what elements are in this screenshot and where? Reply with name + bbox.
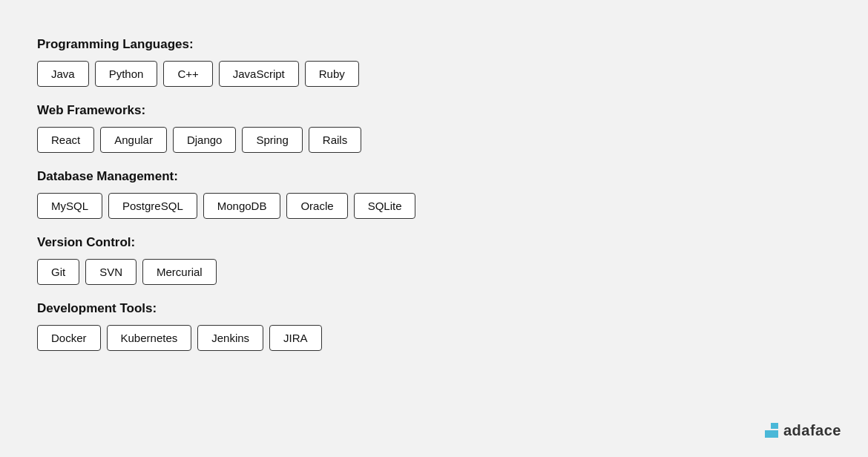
footer: adaface: [765, 422, 841, 439]
tag-django[interactable]: Django: [173, 127, 237, 153]
section-database-management: Database Management:MySQLPostgreSQLMongo…: [37, 169, 831, 219]
brand-name: adaface: [783, 422, 841, 439]
tag-ruby[interactable]: Ruby: [305, 61, 359, 87]
tag-git[interactable]: Git: [37, 259, 79, 285]
tag-mongodb[interactable]: MongoDB: [203, 193, 281, 219]
tag-svn[interactable]: SVN: [85, 259, 137, 285]
tag-react[interactable]: React: [37, 127, 94, 153]
section-development-tools: Development Tools:DockerKubernetesJenkin…: [37, 301, 831, 351]
tag-jira[interactable]: JIRA: [269, 325, 322, 351]
tag-java[interactable]: Java: [37, 61, 89, 87]
section-title-web-frameworks: Web Frameworks:: [37, 103, 831, 118]
tag-c--[interactable]: C++: [163, 61, 212, 87]
adaface-logo-icon: [765, 423, 778, 439]
section-title-programming-languages: Programming Languages:: [37, 37, 831, 52]
tag-angular[interactable]: Angular: [100, 127, 167, 153]
section-title-development-tools: Development Tools:: [37, 301, 831, 316]
tags-programming-languages: JavaPythonC++JavaScriptRuby: [37, 61, 831, 87]
tag-mercurial[interactable]: Mercurial: [142, 259, 217, 285]
tag-jenkins[interactable]: Jenkins: [197, 325, 263, 351]
tags-database-management: MySQLPostgreSQLMongoDBOracleSQLite: [37, 193, 831, 219]
section-version-control: Version Control:GitSVNMercurial: [37, 235, 831, 285]
tag-python[interactable]: Python: [95, 61, 158, 87]
tag-rails[interactable]: Rails: [309, 127, 361, 153]
tags-development-tools: DockerKubernetesJenkinsJIRA: [37, 325, 831, 351]
section-programming-languages: Programming Languages:JavaPythonC++JavaS…: [37, 37, 831, 87]
tag-postgresql[interactable]: PostgreSQL: [108, 193, 197, 219]
tag-kubernetes[interactable]: Kubernetes: [107, 325, 192, 351]
tag-javascript[interactable]: JavaScript: [219, 61, 299, 87]
section-title-database-management: Database Management:: [37, 169, 831, 184]
section-title-version-control: Version Control:: [37, 235, 831, 250]
tag-oracle[interactable]: Oracle: [286, 193, 347, 219]
tags-version-control: GitSVNMercurial: [37, 259, 831, 285]
tag-docker[interactable]: Docker: [37, 325, 101, 351]
section-web-frameworks: Web Frameworks:ReactAngularDjangoSpringR…: [37, 103, 831, 153]
tag-sqlite[interactable]: SQLite: [354, 193, 416, 219]
tags-web-frameworks: ReactAngularDjangoSpringRails: [37, 127, 831, 153]
tag-spring[interactable]: Spring: [242, 127, 302, 153]
tag-mysql[interactable]: MySQL: [37, 193, 102, 219]
